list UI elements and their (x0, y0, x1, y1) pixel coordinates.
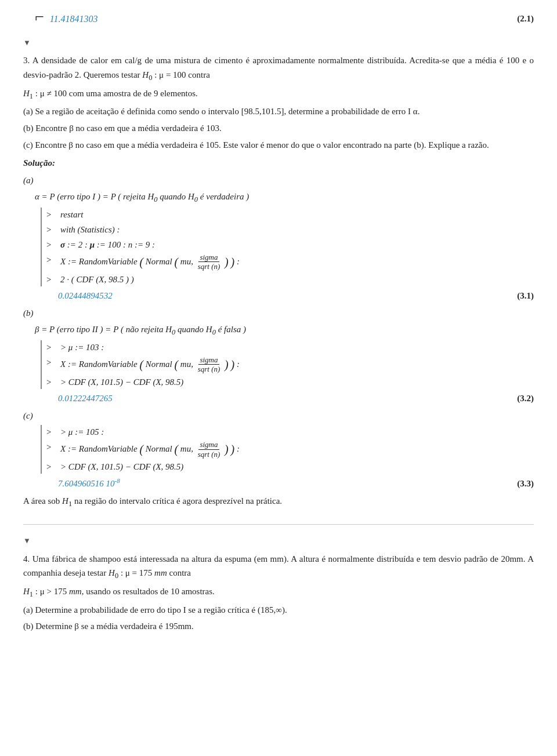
problem-3-conclusion: A área sob H1 na região do intervalo crí… (23, 494, 534, 510)
maple-line-rv-c: > X := RandomVariable ( Normal ( mu, sig… (46, 440, 534, 459)
maple-line-rv-a: > X := RandomVariable ( Normal ( mu, sig… (46, 253, 534, 271)
problem-4-part-b: (b) Determine β se a média verdadeira é … (23, 619, 534, 634)
result-value-a: 0.02444894532 (58, 289, 113, 303)
part-b-label: (b) (23, 306, 534, 320)
header-value: 11.41841303 (50, 12, 98, 27)
maple-block-c: > > μ := 105 : > X := RandomVariable ( N… (41, 425, 534, 474)
maple-block-b: > > μ := 103 : > X := RandomVariable ( N… (41, 340, 534, 389)
problem-3-text: 3. A densidade de calor em cal/g de uma … (23, 53, 534, 152)
maple-line-mu-b: > > μ := 103 : (46, 340, 534, 354)
problem-3-part-c-text: (c) Encontre β no caso em que a média ve… (23, 138, 534, 152)
eq-num-c: (3.3) (517, 477, 534, 490)
triangle-icon-3: ▼ (23, 37, 31, 49)
triangle-icon-4: ▼ (23, 535, 31, 547)
problem-4-part-a: (a) Determine a probabilidade de erro do… (23, 603, 534, 617)
result-value-c: 7.604960516 10-8 (58, 476, 120, 490)
maple-line-sigma: > σ := 2 : μ := 100 : n := 9 : (46, 238, 534, 252)
problem-4-line1: 4. Uma fábrica de shampoo está interessa… (23, 552, 534, 582)
maple-line-mu-c: > > μ := 105 : (46, 425, 534, 439)
beta-equation: β = P (erro tipo II ) = P ( não rejeita … (35, 322, 534, 338)
maple-line-restart: > restart (46, 208, 534, 221)
maple-line-rv-b: > X := RandomVariable ( Normal ( mu, sig… (46, 355, 534, 374)
problem-3-header: ▼ (23, 37, 534, 49)
result-line-b: 0.01222447265 (3.2) (58, 391, 534, 405)
problem-3-part-a-text: (a) Se a região de aceitação é definida … (23, 104, 534, 119)
eq-num-a: (3.1) (517, 289, 534, 303)
result-value-b: 0.01222447265 (58, 391, 113, 405)
problem-4-line2: H1 : μ > 175 mm, usando os resultados de… (23, 584, 534, 601)
part-c-label: (c) (23, 409, 534, 423)
maple-line-cdf-c: > > CDF (X, 101.5) − CDF (X, 98.5) (46, 460, 534, 474)
part-a-label: (a) (23, 173, 534, 187)
problem-4: ▼ 4. Uma fábrica de shampoo está interes… (23, 535, 534, 634)
page-header: ⌐ 11.41841303 (2.1) (23, 12, 534, 27)
result-line-a: 0.02444894532 (3.1) (58, 289, 534, 303)
problem-3-line1: 3. A densidade de calor em cal/g de uma … (23, 53, 534, 83)
problem-3: ▼ 3. A densidade de calor em cal/g de um… (23, 37, 534, 510)
problem-3-part-b-text: (b) Encontre β no caso em que a média ve… (23, 121, 534, 136)
header-equation-num: (2.1) (517, 12, 534, 26)
problem-3-line2: H1 : μ ≠ 100 com uma amostra de de 9 ele… (23, 86, 534, 103)
alpha-equation: α = P (erro tipo I ) = P ( rejeita H0 qu… (35, 190, 534, 205)
maple-block-a: > restart > with (Statistics) : > σ := 2… (41, 208, 534, 286)
problem-4-text: 4. Uma fábrica de shampoo está interessa… (23, 552, 534, 634)
maple-line-cdf-a: > 2 · ( CDF (X, 98.5 ) ) (46, 272, 534, 286)
maple-line-with: > with (Statistics) : (46, 223, 534, 237)
problem-4-header: ▼ (23, 535, 534, 547)
corner-bracket-icon: ⌐ (35, 9, 44, 25)
solution-label: Solução: (23, 156, 534, 170)
result-line-c: 7.604960516 10-8 (3.3) (58, 476, 534, 490)
divider (23, 524, 534, 525)
maple-line-cdf-b: > > CDF (X, 101.5) − CDF (X, 98.5) (46, 375, 534, 389)
header-left: ⌐ 11.41841303 (35, 12, 98, 27)
eq-num-b: (3.2) (517, 391, 534, 405)
